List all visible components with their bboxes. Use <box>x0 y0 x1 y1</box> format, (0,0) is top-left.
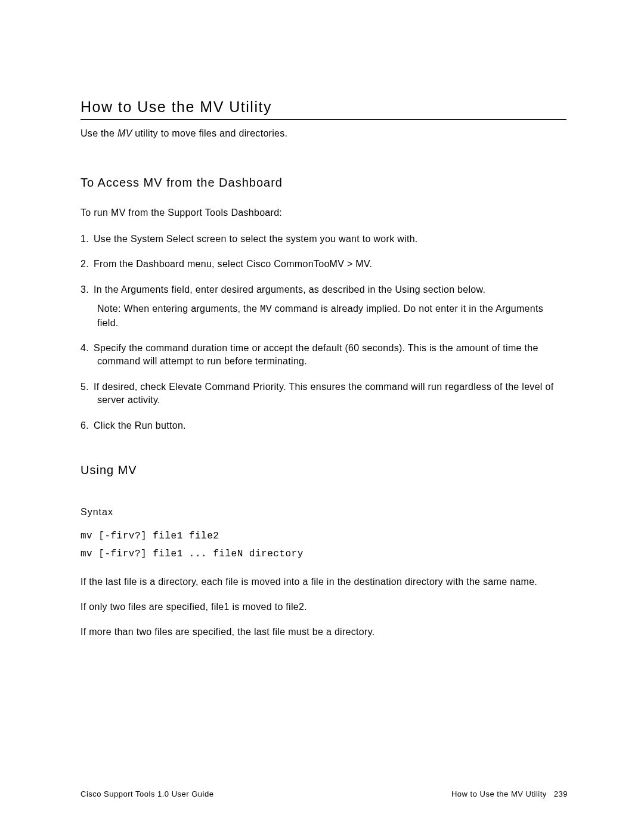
section-access-intro: To run MV from the Support Tools Dashboa… <box>80 208 566 218</box>
step-note: Note: When entering arguments, the MV co… <box>97 302 566 330</box>
step-text: From the Dashboard menu, select Cisco Co… <box>94 259 372 269</box>
step-text: In the Arguments field, enter desired ar… <box>94 284 485 295</box>
intro-paragraph: Use the MV utility to move files and dir… <box>80 128 566 139</box>
steps-list: 1.Use the System Select screen to select… <box>80 233 566 432</box>
footer-guide-title: Cisco Support Tools 1.0 User Guide <box>80 789 213 798</box>
document-page: How to Use the MV Utility Use the MV uti… <box>0 0 644 639</box>
section-using-heading: Using MV <box>80 463 566 477</box>
step-number: 6. <box>80 419 94 432</box>
list-item: 5.If desired, check Elevate Command Prio… <box>80 380 566 407</box>
step-text: Click the Run button. <box>94 420 186 431</box>
intro-text-suffix: utility to move files and directories. <box>132 128 288 138</box>
step-text: Use the System Select screen to select t… <box>94 234 418 244</box>
body-paragraph: If more than two files are specified, th… <box>80 625 566 639</box>
page-footer: Cisco Support Tools 1.0 User Guide How t… <box>80 789 568 798</box>
list-item: 3.In the Arguments field, enter desired … <box>80 283 566 330</box>
list-item: 4.Specify the command duration time or a… <box>80 342 566 368</box>
mv-italic: MV <box>117 128 132 138</box>
step-number: 5. <box>80 380 94 394</box>
note-prefix: Note: When entering arguments, the <box>97 304 260 314</box>
body-paragraph: If only two files are specified, file1 i… <box>80 600 566 614</box>
step-number: 3. <box>80 283 94 296</box>
syntax-code-block: mv [-firv?] file1 file2 mv [-firv?] file… <box>80 527 566 563</box>
section-access-heading: To Access MV from the Dashboard <box>80 176 566 190</box>
footer-section-title: How to Use the MV Utility <box>451 789 547 798</box>
list-item: 1.Use the System Select screen to select… <box>80 233 566 246</box>
list-item: 6.Click the Run button. <box>80 419 566 432</box>
page-title: How to Use the MV Utility <box>80 98 566 120</box>
step-text: If desired, check Elevate Command Priori… <box>94 382 553 405</box>
body-paragraph: If the last file is a directory, each fi… <box>80 575 566 589</box>
intro-text-prefix: Use the <box>80 128 117 138</box>
footer-page-number: 239 <box>554 789 568 798</box>
mv-code: MV <box>260 304 272 315</box>
syntax-heading: Syntax <box>80 507 566 518</box>
list-item: 2.From the Dashboard menu, select Cisco … <box>80 258 566 271</box>
footer-right: How to Use the MV Utility239 <box>451 789 568 798</box>
step-text: Specify the command duration time or acc… <box>94 343 538 366</box>
step-number: 2. <box>80 258 94 271</box>
step-number: 1. <box>80 233 94 246</box>
step-number: 4. <box>80 342 94 355</box>
